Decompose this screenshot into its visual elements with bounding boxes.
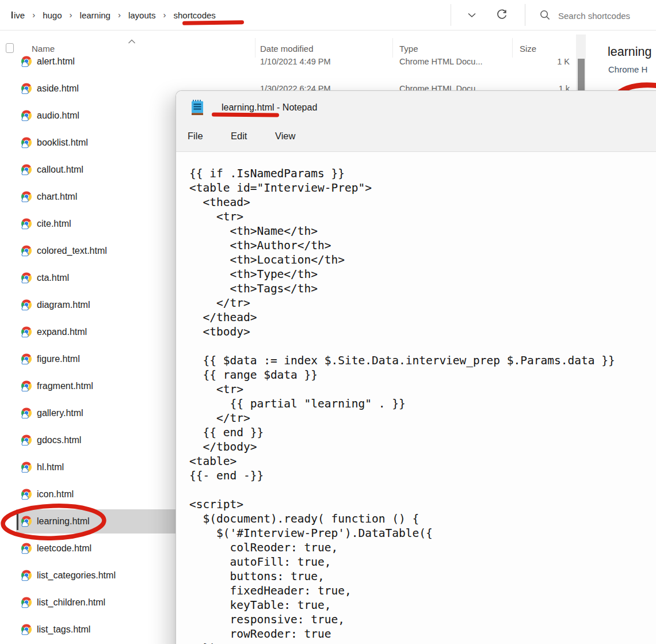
search-icon-button[interactable]	[539, 9, 551, 21]
chrome-html-file-icon	[21, 624, 32, 635]
file-name: expand.html	[37, 327, 87, 337]
file-type: Chrome HTML Docu...	[399, 57, 483, 66]
address-bar-divider	[451, 4, 451, 26]
chevron-up-icon	[128, 39, 136, 44]
file-name: list_categories.html	[37, 570, 116, 581]
chrome-html-file-icon	[21, 218, 32, 230]
chrome-html-file-icon	[21, 353, 32, 365]
address-dropdown-button[interactable]	[466, 10, 478, 20]
file-name: audio.html	[37, 110, 79, 121]
red-underline-annotation-shortcodes	[182, 20, 244, 25]
chevron-down-icon	[468, 13, 476, 17]
file-name: list_children.html	[37, 597, 105, 608]
breadcrumb-separator-icon: ›	[163, 10, 166, 20]
magnifier-icon	[539, 9, 551, 21]
notepad-window: learning.html - Notepad File Edit View {…	[176, 90, 656, 644]
chrome-html-file-icon	[21, 543, 32, 554]
chrome-html-file-icon	[21, 597, 32, 608]
chrome-html-file-icon	[21, 164, 32, 176]
file-name: fragment.html	[37, 381, 93, 391]
file-date-modified: 1/10/2021 4:49 PM	[260, 57, 331, 66]
file-name: diagram.html	[37, 300, 90, 310]
selected-row-marker	[17, 514, 18, 530]
chrome-html-file-icon	[21, 245, 32, 257]
refresh-button[interactable]	[495, 9, 508, 21]
chrome-html-file-icon	[21, 489, 32, 500]
breadcrumb-item-learning[interactable]: learning	[80, 10, 110, 20]
file-name: list_tags.html	[37, 624, 90, 635]
file-name: icon.html	[37, 489, 74, 500]
file-name: alert.html	[37, 56, 75, 67]
file-name: chart.html	[37, 192, 77, 202]
menu-edit[interactable]: Edit	[231, 131, 247, 142]
file-name: callout.html	[37, 165, 83, 175]
notepad-text-area[interactable]: {{ if .IsNamedParams }} <table id="Inter…	[189, 166, 615, 644]
chrome-html-file-icon	[21, 272, 32, 284]
breadcrumb-item-hugo[interactable]: hugo	[43, 10, 62, 20]
notepad-window-title: learning.html - Notepad	[222, 91, 317, 124]
file-name: hl.html	[37, 462, 64, 472]
toolbar-divider	[0, 30, 656, 31]
red-underline-annotation-title	[212, 112, 279, 117]
chrome-html-file-icon	[21, 83, 32, 94]
file-size: 1 K	[506, 57, 570, 66]
breadcrumb-separator-icon: ›	[32, 10, 35, 20]
search-box-divider	[525, 4, 525, 26]
breadcrumb-separator-icon: ›	[70, 10, 73, 20]
breadcrumb-separator-icon: ›	[118, 10, 121, 20]
chrome-html-file-icon	[21, 462, 32, 473]
chrome-html-file-icon	[21, 570, 32, 581]
breadcrumb-item-onedrive[interactable]: ive	[14, 10, 25, 20]
chrome-html-file-icon	[21, 110, 32, 121]
chrome-html-file-icon	[21, 137, 32, 148]
chrome-html-file-icon	[21, 380, 32, 392]
file-name: booklist.html	[37, 138, 88, 148]
chrome-html-file-icon	[21, 407, 32, 419]
file-name: figure.html	[37, 354, 80, 364]
search-input[interactable]	[557, 6, 654, 25]
file-name: leetcode.html	[37, 543, 91, 554]
screen: ive › hugo › learning › layouts › shortc…	[0, 0, 656, 644]
menu-file[interactable]: File	[188, 131, 203, 142]
file-name: gdocs.html	[37, 435, 81, 445]
file-name: cta.html	[37, 273, 69, 283]
scrollbar-thumb[interactable]	[578, 59, 585, 90]
breadcrumb-item-layouts[interactable]: layouts	[128, 10, 156, 20]
file-name: aside.html	[37, 83, 79, 94]
file-row[interactable]: alert.html 1/10/2021 4:49 PM Chrome HTML…	[0, 48, 582, 75]
chrome-html-file-icon	[21, 326, 32, 338]
refresh-icon	[495, 9, 508, 21]
file-name: colored_text.html	[37, 246, 107, 256]
clipped-breadcrumb-character	[12, 12, 13, 18]
notepad-icon	[190, 100, 204, 116]
chrome-html-file-icon	[21, 56, 32, 67]
chrome-html-file-icon	[21, 299, 32, 311]
breadcrumb: ive › hugo › learning › layouts › shortc…	[14, 0, 216, 30]
preview-file-title: learning	[608, 45, 652, 59]
sort-ascending-indicator	[128, 36, 136, 46]
chrome-html-file-icon	[21, 435, 32, 446]
file-name: cite.html	[37, 219, 71, 229]
file-name: gallery.html	[37, 408, 83, 418]
breadcrumb-item-shortcodes[interactable]: shortcodes	[173, 10, 215, 20]
preview-file-type: Chrome H	[608, 64, 647, 74]
chrome-html-file-icon	[21, 191, 32, 203]
menu-view[interactable]: View	[275, 131, 295, 142]
